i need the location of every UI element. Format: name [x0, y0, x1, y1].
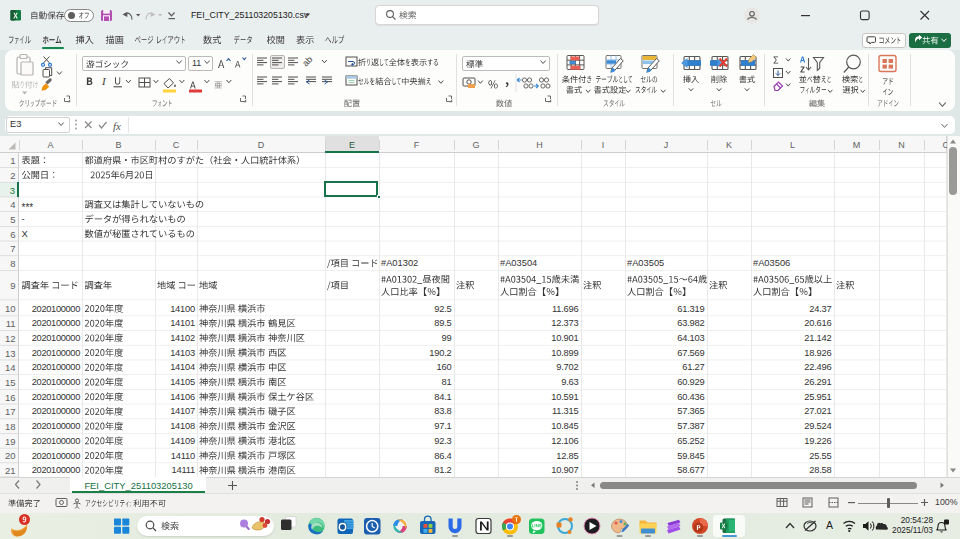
svg-text:fx: fx: [113, 120, 121, 132]
svg-text:ab: ab: [300, 54, 314, 68]
svg-text:I: I: [101, 75, 107, 87]
